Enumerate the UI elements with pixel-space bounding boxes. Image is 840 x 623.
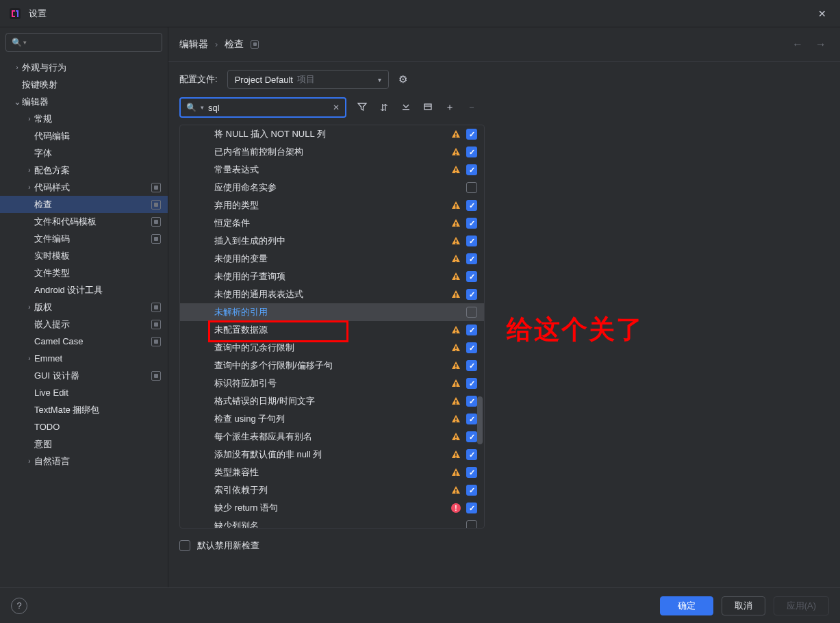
settings-tree[interactable]: ›外观与行为按键映射⌄编辑器›常规代码编辑字体›配色方案›代码样式检查文件和代码… — [0, 55, 168, 587]
sidebar-search-input[interactable]: 🔍 ▾ — [5, 33, 162, 52]
inspection-checkbox[interactable] — [466, 164, 477, 175]
inspection-row[interactable]: 恒定条件 — [180, 214, 484, 232]
inspection-checkbox[interactable] — [466, 467, 477, 478]
inspection-checkbox[interactable] — [466, 289, 477, 300]
inspection-list[interactable]: 将 NULL 插入 NOT NULL 列已内省当前控制台架构常量表达式应使用命名… — [179, 125, 485, 529]
sidebar-item[interactable]: 意图 — [0, 435, 168, 453]
sidebar-item[interactable]: 实时模板 — [0, 247, 168, 264]
clear-search-icon[interactable]: ✕ — [333, 103, 340, 112]
collapse-all-icon[interactable] — [400, 102, 412, 114]
inspection-search[interactable]: 🔍 ▾ ✕ — [179, 97, 346, 118]
sidebar-item[interactable]: 嵌入提示 — [0, 316, 168, 333]
sidebar-item[interactable]: 按键映射 — [0, 76, 168, 93]
inspection-row[interactable]: 未解析的引用 — [180, 303, 484, 321]
inspection-row[interactable]: 未使用的子查询项 — [180, 268, 484, 285]
remove-icon[interactable]: － — [466, 101, 478, 114]
scrollbar-thumb[interactable] — [477, 396, 483, 444]
apply-button[interactable]: 应用(A) — [774, 596, 829, 615]
sidebar-item[interactable]: ›Emmet — [0, 350, 168, 367]
inspection-search-input[interactable] — [208, 103, 329, 113]
ok-button[interactable]: 确定 — [660, 596, 713, 615]
profile-gear-icon[interactable]: ⚙ — [398, 73, 407, 86]
sidebar-item[interactable]: ›配色方案 — [0, 162, 168, 179]
inspection-checkbox[interactable] — [466, 200, 477, 211]
scope-badge-icon — [151, 183, 161, 192]
sidebar-item[interactable]: ⌄编辑器 — [0, 93, 168, 110]
svg-rect-8 — [455, 172, 457, 173]
filter-icon[interactable] — [356, 102, 368, 114]
inspection-row[interactable]: 常量表达式 — [180, 161, 484, 179]
inspection-checkbox[interactable] — [466, 485, 477, 496]
profile-select[interactable]: Project Default 项目 ▾ — [227, 70, 389, 89]
inspection-checkbox[interactable] — [466, 307, 477, 318]
sidebar-item[interactable]: Camel Case — [0, 333, 168, 350]
inspection-row[interactable]: 检查 using 子句列 — [180, 410, 484, 428]
sidebar-item[interactable]: 代码编辑 — [0, 127, 168, 144]
sidebar-item[interactable]: 文件和代码模板 — [0, 213, 168, 230]
inspection-checkbox[interactable] — [466, 182, 477, 193]
inspection-row[interactable]: 缺少 return 语句! — [180, 499, 484, 517]
sidebar-item[interactable]: ›代码样式 — [0, 179, 168, 196]
inspection-row[interactable]: 类型兼容性 — [180, 463, 484, 481]
sidebar-item[interactable]: Android 设计工具 — [0, 281, 168, 298]
inspection-checkbox[interactable] — [466, 449, 477, 460]
inspection-row[interactable]: 应使用命名实参 — [180, 179, 484, 196]
svg-rect-1 — [424, 104, 431, 110]
breadcrumb-root[interactable]: 编辑器 — [179, 38, 208, 51]
sidebar-item[interactable]: 检查 — [0, 196, 168, 213]
nav-back-button[interactable]: ← — [789, 36, 806, 53]
inspection-row[interactable]: 索引依赖于列 — [180, 481, 484, 499]
expand-collapse-icon[interactable]: ⇵ — [378, 102, 390, 113]
inspection-row[interactable]: 查询中的冗余行限制 — [180, 339, 484, 357]
inspection-row[interactable]: 查询中的多个行限制/偏移子句 — [180, 357, 484, 374]
nav-forward-button[interactable]: → — [813, 36, 829, 53]
inspection-row[interactable]: 插入到生成的列中 — [180, 232, 484, 250]
inspection-checkbox[interactable] — [466, 147, 477, 157]
inspection-checkbox[interactable] — [466, 414, 477, 424]
reset-icon[interactable] — [422, 102, 434, 114]
inspection-checkbox[interactable] — [466, 271, 477, 282]
sidebar-item[interactable]: ›常规 — [0, 110, 168, 127]
inspection-checkbox[interactable] — [466, 503, 477, 513]
inspection-checkbox[interactable] — [466, 236, 477, 246]
sidebar-item[interactable]: ›自然语言 — [0, 453, 168, 470]
inspection-checkbox[interactable] — [466, 342, 477, 353]
inspection-checkbox[interactable] — [466, 325, 477, 335]
sidebar-item[interactable]: TODO — [0, 418, 168, 435]
help-button[interactable]: ? — [11, 598, 27, 614]
inspection-checkbox[interactable] — [466, 378, 477, 389]
inspection-checkbox[interactable] — [466, 218, 477, 229]
sidebar-item[interactable]: ›版权 — [0, 298, 168, 316]
inspection-row[interactable]: 每个派生表都应具有别名 — [180, 428, 484, 446]
inspection-checkbox[interactable] — [466, 431, 477, 442]
inspection-checkbox[interactable] — [466, 253, 477, 264]
sidebar-item[interactable]: TextMate 捆绑包 — [0, 401, 168, 418]
inspection-row[interactable]: 未使用的变量 — [180, 250, 484, 268]
sidebar-item[interactable]: 文件类型 — [0, 264, 168, 281]
scope-badge-icon — [251, 40, 259, 49]
disable-new-checkbox[interactable] — [179, 540, 190, 551]
warning-icon — [451, 450, 461, 459]
inspection-checkbox[interactable] — [466, 129, 477, 140]
inspection-row[interactable]: 格式错误的日期/时间文字 — [180, 392, 484, 410]
inspection-row[interactable]: 已内省当前控制台架构 — [180, 143, 484, 161]
inspection-row[interactable]: 将 NULL 插入 NOT NULL 列 — [180, 125, 484, 143]
sidebar-item[interactable]: 字体 — [0, 144, 168, 162]
inspection-row[interactable]: 弃用的类型 — [180, 196, 484, 214]
sidebar-item[interactable]: ›外观与行为 — [0, 59, 168, 76]
inspection-checkbox[interactable] — [466, 520, 477, 528]
search-icon: 🔍 — [12, 38, 22, 47]
inspection-checkbox[interactable] — [466, 396, 477, 407]
inspection-checkbox[interactable] — [466, 360, 477, 371]
sidebar-item[interactable]: Live Edit — [0, 384, 168, 401]
inspection-row[interactable]: 标识符应加引号 — [180, 374, 484, 392]
cancel-button[interactable]: 取消 — [722, 596, 765, 615]
inspection-row[interactable]: 缺少列别名 — [180, 517, 484, 528]
sidebar-item[interactable]: GUI 设计器 — [0, 367, 168, 384]
inspection-row[interactable]: 添加没有默认值的非 null 列 — [180, 446, 484, 463]
add-icon[interactable]: ＋ — [444, 101, 456, 114]
sidebar-item[interactable]: 文件编码 — [0, 230, 168, 247]
inspection-row[interactable]: 未配置数据源 — [180, 321, 484, 339]
inspection-row[interactable]: 未使用的通用表表达式 — [180, 285, 484, 303]
window-close-button[interactable]: ✕ — [813, 4, 832, 23]
